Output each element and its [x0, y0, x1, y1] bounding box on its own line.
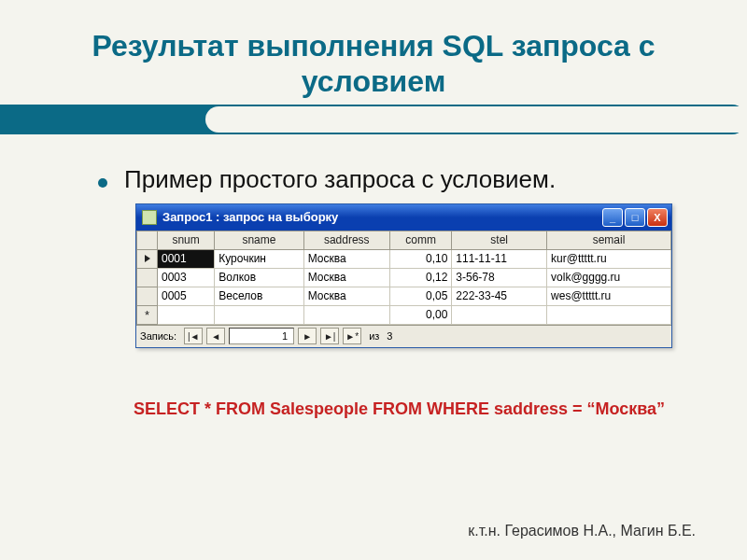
author-credit: к.т.н. Герасимов Н.А., Магин Б.Е. [468, 523, 696, 539]
cell-sname[interactable] [215, 305, 303, 324]
bullet-line: Пример простого запроса с условием. [98, 165, 700, 194]
nav-current-field[interactable]: 1 [229, 328, 294, 344]
titlebar[interactable]: Запрос1 : запрос на выборку _ □ X [136, 204, 671, 231]
cell-saddress[interactable] [303, 305, 389, 324]
cell-snum[interactable]: 0001 [158, 249, 215, 268]
cell-stel[interactable]: 3-56-78 [452, 268, 547, 287]
window-title: Запрос1 : запрос на выборку [162, 210, 602, 224]
col-semail[interactable]: semail [547, 231, 671, 249]
cell-stel[interactable]: 111-11-11 [452, 249, 547, 268]
col-comm[interactable]: comm [389, 231, 452, 249]
col-snum[interactable]: snum [158, 231, 215, 249]
nav-label: Запись: [140, 330, 176, 342]
cell-comm[interactable]: 0,12 [389, 268, 452, 287]
cell-saddress[interactable]: Москва [303, 268, 389, 287]
bullet-icon [98, 178, 107, 188]
new-row[interactable]: * 0,00 [137, 305, 671, 324]
col-saddress[interactable]: saddress [303, 231, 389, 249]
cell-semail[interactable] [547, 305, 671, 324]
nav-of-label: из [369, 330, 379, 342]
cell-semail[interactable]: wes@ttttt.ru [547, 287, 671, 305]
row-selector[interactable] [137, 268, 158, 287]
table-row[interactable]: 0003 Волков Москва 0,12 3-56-78 volk@ggg… [137, 268, 671, 287]
bullet-text: Пример простого запроса с условием. [124, 165, 556, 194]
table-row[interactable]: 0005 Веселов Москва 0,05 222-33-45 wes@t… [137, 287, 671, 305]
cell-snum[interactable]: 0005 [158, 287, 215, 305]
nav-last-button[interactable]: ►| [320, 328, 339, 344]
record-navigator: Запись: |◄ ◄ 1 ► ►| ►* из 3 [136, 325, 671, 347]
cell-stel[interactable]: 222-33-45 [452, 287, 547, 305]
app-icon [142, 210, 157, 225]
cell-sname[interactable]: Курочкин [215, 249, 303, 268]
cell-semail[interactable]: volk@gggg.ru [547, 268, 671, 287]
cell-comm[interactable]: 0,00 [389, 305, 452, 324]
sql-statement: SELECT * FROM Salespeople FROM WHERE sad… [98, 399, 700, 419]
nav-first-button[interactable]: |◄ [184, 328, 203, 344]
header-row: snum sname saddress comm stel semail [137, 231, 671, 249]
cell-comm[interactable]: 0,05 [389, 287, 452, 305]
cell-saddress[interactable]: Москва [303, 287, 389, 305]
maximize-button[interactable]: □ [625, 208, 645, 227]
close-button[interactable]: X [647, 208, 668, 227]
table-row[interactable]: 0001 Курочкин Москва 0,10 111-11-11 kur@… [137, 249, 671, 268]
nav-next-button[interactable]: ► [298, 328, 317, 344]
nav-prev-button[interactable]: ◄ [206, 328, 225, 344]
cell-semail[interactable]: kur@ttttt.ru [547, 249, 671, 268]
nav-new-button[interactable]: ►* [343, 328, 361, 344]
access-query-window: Запрос1 : запрос на выборку _ □ X snum s… [135, 203, 672, 348]
cell-saddress[interactable]: Москва [303, 249, 389, 268]
result-grid[interactable]: snum sname saddress comm stel semail 000… [136, 231, 671, 325]
nav-total: 3 [387, 330, 392, 342]
slide-title: Результат выполнения SQL запроса с услов… [47, 28, 700, 100]
window-buttons: _ □ X [602, 208, 668, 227]
row-selector[interactable] [137, 287, 158, 305]
cell-sname[interactable]: Веселов [215, 287, 303, 305]
col-sname[interactable]: sname [215, 231, 303, 249]
current-row-icon [145, 255, 150, 262]
row-selector[interactable] [137, 249, 158, 268]
cell-stel[interactable] [452, 305, 547, 324]
accent-band-inner [205, 106, 747, 133]
new-row-icon: * [145, 308, 149, 322]
cell-sname[interactable]: Волков [215, 268, 303, 287]
minimize-button[interactable]: _ [602, 208, 623, 227]
col-stel[interactable]: stel [452, 231, 547, 249]
cell-comm[interactable]: 0,10 [389, 249, 452, 268]
corner-cell[interactable] [137, 231, 158, 249]
cell-snum[interactable]: 0003 [158, 268, 215, 287]
cell-snum[interactable] [158, 305, 215, 324]
row-selector[interactable]: * [137, 305, 158, 324]
